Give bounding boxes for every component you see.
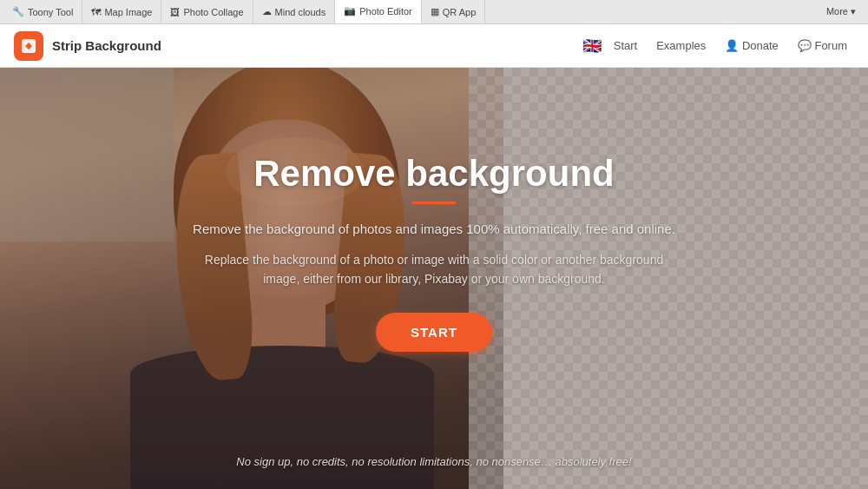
tab-map-label: Map Image bbox=[104, 7, 152, 17]
tab-qr-app[interactable]: ▦ QR App bbox=[422, 0, 486, 23]
toony-icon: 🔧 bbox=[12, 6, 24, 17]
donate-icon: 👤 bbox=[725, 39, 739, 52]
tab-photo-editor-label: Photo Editor bbox=[359, 6, 412, 17]
hero-content: Remove background Remove the background … bbox=[0, 68, 868, 489]
tab-photo-collage[interactable]: 🖼 Photo Collage bbox=[161, 0, 253, 23]
hero-title: Remove background bbox=[253, 153, 614, 195]
photo-editor-icon: 📷 bbox=[344, 5, 356, 17]
tab-qr-label: QR App bbox=[443, 7, 477, 17]
tabs-more-button[interactable]: More ▾ bbox=[818, 6, 865, 17]
nav-forum[interactable]: 💬 Forum bbox=[791, 36, 854, 56]
app-logo: Strip Background bbox=[14, 31, 161, 61]
logo-icon bbox=[14, 31, 43, 61]
photo-collage-icon: 🖼 bbox=[170, 7, 180, 17]
language-flag[interactable]: 🇬🇧 bbox=[582, 36, 602, 56]
tab-map[interactable]: 🗺 Map Image bbox=[82, 0, 161, 23]
hero-divider bbox=[412, 202, 456, 204]
browser-tabs-bar: 🔧 Toony Tool 🗺 Map Image 🖼 Photo Collage… bbox=[0, 0, 868, 24]
tab-toony[interactable]: 🔧 Toony Tool bbox=[3, 0, 82, 23]
tab-photo-collage-label: Photo Collage bbox=[183, 7, 243, 17]
start-button[interactable]: START bbox=[376, 313, 492, 352]
tab-toony-label: Toony Tool bbox=[28, 7, 73, 17]
map-icon: 🗺 bbox=[91, 7, 101, 17]
hero-subtitle2: Replace the background of a photo or ima… bbox=[200, 250, 668, 289]
forum-icon: 💬 bbox=[798, 39, 812, 52]
hero-section: Remove background Remove the background … bbox=[0, 68, 868, 489]
tabs-more-label: More ▾ bbox=[826, 6, 856, 17]
nav-examples[interactable]: Examples bbox=[649, 36, 713, 56]
app-logo-text: Strip Background bbox=[52, 38, 161, 53]
app-header: Strip Background 🇬🇧 Start Examples 👤 Don… bbox=[0, 24, 868, 68]
hero-footer-tagline: No sign up, no credits, no resolution li… bbox=[236, 455, 631, 468]
nav-start[interactable]: Start bbox=[607, 36, 644, 56]
tab-mind-clouds[interactable]: ☁ Mind clouds bbox=[253, 0, 336, 23]
main-nav: 🇬🇧 Start Examples 👤 Donate 💬 Forum bbox=[582, 36, 854, 56]
tab-photo-editor[interactable]: 📷 Photo Editor bbox=[335, 0, 422, 23]
mind-clouds-icon: ☁ bbox=[262, 6, 272, 17]
nav-donate[interactable]: 👤 Donate bbox=[718, 36, 786, 56]
hero-subtitle1: Remove the background of photos and imag… bbox=[193, 221, 675, 236]
qr-icon: ▦ bbox=[431, 6, 439, 17]
tab-mind-clouds-label: Mind clouds bbox=[275, 7, 326, 17]
